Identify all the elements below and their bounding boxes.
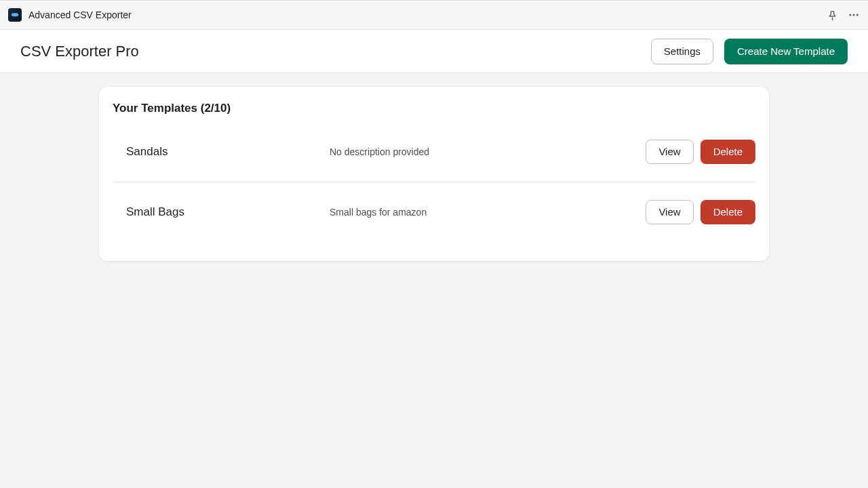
app-name: Advanced CSV Exporter: [28, 9, 132, 20]
pin-icon[interactable]: [827, 9, 838, 21]
page-header: CSV Exporter Pro Settings Create New Tem…: [0, 30, 868, 73]
svg-point-3: [853, 14, 855, 16]
more-icon[interactable]: [848, 9, 860, 21]
template-name: Sandals: [126, 145, 330, 159]
svg-point-2: [849, 14, 851, 16]
template-row: Small Bags Small bags for amazon View De…: [113, 182, 755, 242]
topbar: Advanced CSV Exporter: [0, 0, 868, 30]
app-icon: [8, 8, 22, 22]
view-button[interactable]: View: [646, 200, 693, 224]
template-description: Small bags for amazon: [330, 207, 646, 218]
delete-button[interactable]: Delete: [701, 200, 755, 224]
view-button[interactable]: View: [646, 140, 693, 164]
page-title: CSV Exporter Pro: [20, 43, 139, 60]
svg-point-1: [12, 13, 19, 16]
delete-button[interactable]: Delete: [701, 140, 755, 164]
template-row: Sandals No description provided View Del…: [113, 122, 755, 182]
templates-card: Your Templates (2/10) Sandals No descrip…: [99, 87, 769, 261]
settings-button[interactable]: Settings: [651, 39, 713, 64]
create-template-button[interactable]: Create New Template: [724, 39, 848, 64]
templates-heading: Your Templates (2/10): [113, 102, 755, 115]
template-description: No description provided: [330, 146, 646, 157]
svg-point-4: [856, 14, 859, 16]
template-name: Small Bags: [126, 205, 330, 219]
